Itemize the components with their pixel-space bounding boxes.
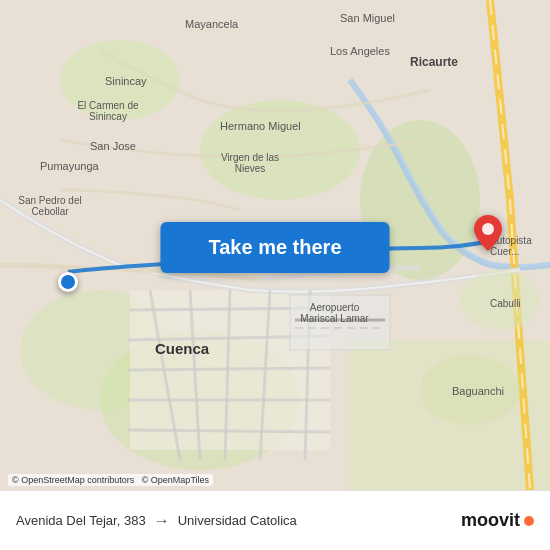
destination-marker [474, 215, 502, 255]
svg-point-2 [200, 100, 360, 200]
svg-point-22 [460, 270, 540, 330]
moovit-brand-text: moovit [461, 510, 520, 531]
take-me-there-button[interactable]: Take me there [160, 222, 389, 273]
moovit-dot [524, 516, 534, 526]
bottom-bar: Avenida Del Tejar, 383 → Universidad Cat… [0, 490, 550, 550]
route-to: Universidad Catolica [178, 513, 297, 528]
svg-point-1 [60, 40, 180, 120]
svg-point-23 [482, 223, 494, 235]
route-arrow: → [154, 512, 170, 530]
origin-marker [58, 272, 78, 292]
route-from: Avenida Del Tejar, 383 [16, 513, 146, 528]
svg-line-17 [128, 430, 330, 432]
svg-point-21 [420, 355, 520, 425]
moovit-logo: moovit [461, 510, 534, 531]
svg-rect-18 [290, 295, 390, 350]
map-container: Mayancela San Miguel Los Angeles Ricaurt… [0, 0, 550, 490]
map-attribution: © OpenStreetMap contributors © OpenMapTi… [8, 474, 213, 486]
svg-line-15 [128, 368, 330, 370]
